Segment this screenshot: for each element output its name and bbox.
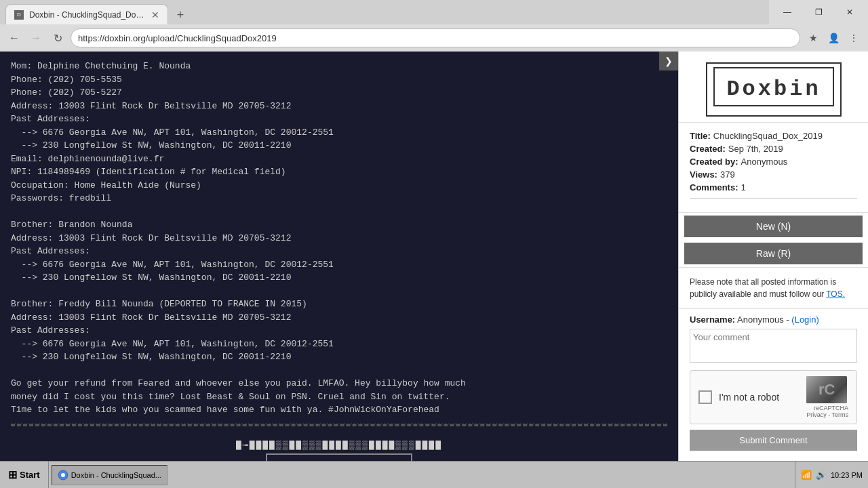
recaptcha-label: I'm not a robot [719, 392, 800, 403]
address-bar[interactable]: https://doxbin.org/upload/ChucklingSquad… [71, 28, 800, 47]
close-button[interactable]: ✕ [834, 2, 865, 22]
meta-divider [690, 198, 857, 199]
forward-button[interactable]: → [27, 29, 45, 47]
dox-content-top: Mom: Delphine Chetchuing E. Nounda Phone… [11, 60, 667, 417]
divider-1 [11, 424, 667, 426]
start-label: Start [20, 470, 40, 480]
tos-link[interactable]: TOS. [826, 289, 845, 299]
tab-favicon: D [14, 10, 24, 20]
created-label: Created: [690, 144, 726, 154]
bookmark-button[interactable]: ★ [804, 29, 822, 47]
maximize-button[interactable]: ❐ [803, 2, 834, 22]
tab-close-icon[interactable]: ✕ [151, 9, 159, 20]
url-display: https://doxbin.org/upload/ChucklingSquad… [78, 33, 793, 43]
volume-icon: 🔊 [816, 470, 827, 480]
views-label: Views: [690, 169, 717, 180]
created-by-value: Anonymous [741, 157, 788, 167]
taskbar: ⊞ Start Doxbin - ChucklingSquad... 📶 🔊 1… [0, 461, 868, 488]
title-label: Title: [690, 131, 711, 141]
chrome-icon [58, 470, 68, 481]
login-link[interactable]: (Login) [791, 314, 818, 325]
tab-title: Doxbin - ChucklingSquad_Dox_2019 [29, 10, 146, 20]
sidebar: Doxbin Title: ChucklingSquad_Dox_2019 Cr… [678, 52, 868, 488]
comments-label: Comments: [690, 182, 738, 192]
doxbin-logo: Doxbin [706, 62, 842, 117]
recaptcha-checkbox[interactable] [698, 390, 712, 404]
taskbar-tray: 📶 🔊 10:23 PM [795, 462, 868, 488]
profile-button[interactable]: 👤 [825, 29, 842, 47]
comment-input[interactable] [690, 329, 857, 363]
views-value: 379 [720, 169, 735, 180]
minimize-button[interactable]: — [772, 2, 803, 22]
panel-toggle-button[interactable]: ❯ [659, 52, 678, 70]
recaptcha-brand: reCAPTCHA [806, 405, 848, 411]
created-value: Sep 7th, 2019 [728, 144, 783, 154]
logo-area: Doxbin [679, 52, 868, 123]
username-value: Anonymous - [737, 314, 789, 325]
browser-tab[interactable]: D Doxbin - ChucklingSquad_Dox_2019 ✕ [5, 4, 168, 24]
new-button[interactable]: New (N) [684, 216, 863, 237]
taskbar-item-browser[interactable]: Doxbin - ChucklingSquad... [52, 465, 167, 485]
menu-button[interactable]: ⋮ [845, 29, 863, 47]
taskbar-items: Doxbin - ChucklingSquad... [49, 465, 795, 485]
username-row: Username: Anonymous - (Login) [690, 314, 857, 325]
clock: 10:23 PM [831, 471, 863, 479]
new-tab-button[interactable]: + [171, 5, 190, 24]
sidebar-meta: Title: ChucklingSquad_Dox_2019 Created: … [679, 123, 868, 213]
submit-comment-button[interactable]: Submit Comment [690, 430, 857, 451]
recaptcha-image: rC [806, 376, 847, 403]
back-button[interactable]: ← [5, 29, 23, 47]
main-content-area: ❯ Mom: Delphine Chetchuing E. Nounda Pho… [0, 52, 678, 488]
svg-point-3 [61, 473, 65, 477]
username-label: Username: [690, 314, 735, 325]
raw-button[interactable]: Raw (R) [684, 243, 863, 264]
title-value: ChucklingSquad_Dox_2019 [713, 131, 823, 141]
created-by-label: Created by: [690, 157, 738, 167]
comments-value: 1 [741, 182, 746, 192]
comment-section: Username: Anonymous - (Login) I'm not a … [679, 308, 868, 456]
svg-text:Doxbin: Doxbin [726, 77, 821, 102]
start-button[interactable]: ⊞ Start [0, 462, 49, 488]
recaptcha-privacy: Privacy - Terms [806, 411, 848, 418]
sidebar-notice: Please note that all posted information … [679, 267, 868, 308]
network-icon: 📶 [801, 470, 812, 480]
recaptcha-area[interactable]: I'm not a robot rC reCAPTCHA Privacy - T [690, 370, 857, 424]
reload-button[interactable]: ↻ [49, 29, 66, 47]
